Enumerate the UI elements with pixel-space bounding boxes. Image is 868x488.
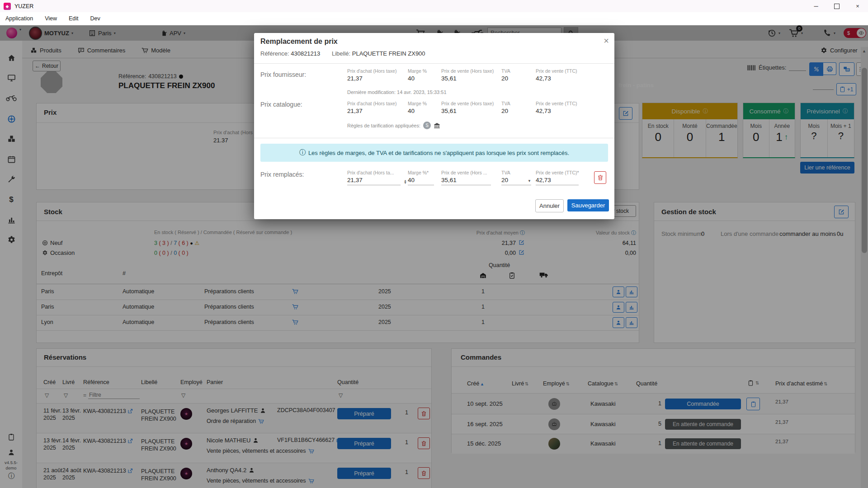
menu-edit[interactable]: Edit	[69, 15, 79, 22]
menubar: Application View Edit Dev	[0, 12, 868, 25]
replaced-tva-select[interactable]: 20 ▼	[501, 177, 531, 185]
minimize-button[interactable]: ─	[806, 0, 826, 12]
catalog-sale-ht: 35,61	[441, 108, 499, 114]
spinner-icon[interactable]: ▲▼	[404, 179, 407, 184]
menu-application[interactable]: Application	[5, 15, 33, 22]
catalog-price-label: Prix catalogue:	[260, 101, 302, 108]
dialog-title: Remplacement de prix	[260, 38, 338, 46]
pricing-rule-bank-icon[interactable]	[434, 122, 440, 129]
catalog-tva: 20	[501, 108, 531, 114]
window-titlebar: ◆ YUZER ─ ×	[0, 0, 868, 12]
replaced-purchase-input[interactable]: 21,37 ▲▼	[347, 177, 401, 185]
catalog-margin: 40	[408, 108, 438, 114]
replaced-price-label: Prix remplacés:	[260, 171, 304, 178]
rules-info-banner: ⓘ Les règles de marges, de TVA et de tar…	[260, 144, 608, 162]
info-icon: ⓘ	[299, 149, 306, 157]
maximize-button[interactable]	[826, 0, 847, 12]
close-button[interactable]: ×	[847, 0, 868, 12]
supplier-margin: 40	[408, 75, 438, 82]
supplier-sale-ttc: 42,73	[536, 75, 585, 82]
supplier-purchase: 21,37	[347, 75, 405, 82]
last-modified-note: Dernière modification: 14 avr. 2023, 15:…	[347, 89, 447, 95]
menu-dev[interactable]: Dev	[90, 15, 100, 22]
replaced-sale-ttc-input[interactable]: 42,73	[536, 177, 579, 185]
modal-reference-label: Référence:	[260, 50, 289, 57]
pricing-rule-s-icon[interactable]: S	[423, 122, 431, 129]
price-replacement-dialog: Remplacement de prix × Référence: 430821…	[254, 33, 614, 219]
catalog-sale-ttc: 42,73	[536, 108, 585, 114]
delete-replaced-price-button[interactable]	[594, 171, 606, 184]
menu-view[interactable]: View	[45, 15, 57, 22]
supplier-tva: 20	[501, 75, 531, 82]
supplier-sale-ht: 35,61	[441, 75, 499, 82]
app-logo-icon: ◆	[4, 3, 11, 10]
modal-libelle-label: Libellé:	[332, 50, 350, 57]
chevron-down-icon: ▼	[528, 179, 531, 183]
modal-libelle: PLAQUETTE FREIN ZX900	[352, 50, 425, 57]
close-icon[interactable]: ×	[604, 36, 609, 46]
replaced-margin-input[interactable]: 40	[408, 177, 434, 185]
cancel-button[interactable]: Annuler	[535, 199, 564, 212]
modal-reference: 430821213	[291, 50, 320, 57]
window-title: YUZER	[14, 3, 33, 9]
supplier-price-label: Prix fournisseur:	[260, 71, 306, 78]
pricing-rules-label: Règles de tarification appliquées:	[347, 123, 420, 128]
replaced-sale-ht-input[interactable]: 35,61	[441, 177, 491, 185]
app-window: ◆ YUZER ─ × Application View Edit Dev ▾ …	[0, 0, 868, 488]
save-button[interactable]: Sauvegarder	[567, 199, 609, 211]
catalog-purchase: 21,37	[347, 108, 405, 114]
